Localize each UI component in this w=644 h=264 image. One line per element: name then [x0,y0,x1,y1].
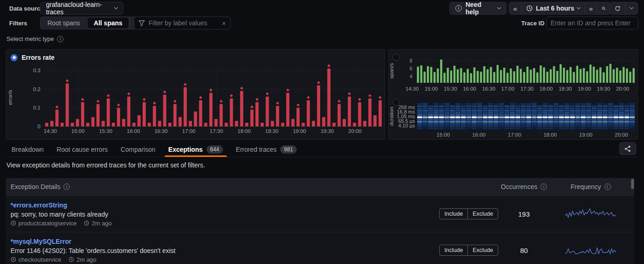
last-seen: 2m ago [84,220,111,227]
exclude-button[interactable]: Exclude [467,208,498,219]
span-scope-root-spans[interactable]: Root spans [40,17,87,29]
svg-text:17:30: 17:30 [520,86,534,92]
exceptions-table: Exception Details Occurrences Frequency … [6,178,634,264]
exception-meta: productcatalogservice2m ago [11,220,437,227]
time-range-picker[interactable]: Last 6 hours [521,2,585,14]
svg-text:18:00: 18:00 [544,132,557,138]
span-scope-toggle: Root spans All spans [40,17,142,29]
exception-type-link[interactable]: *errors.errorString [11,201,437,209]
funnel-icon [138,20,145,26]
info-icon [540,184,547,190]
svg-text:20:00: 20:00 [348,128,362,134]
last-seen-label: 2m ago [92,220,111,227]
span-scope-all-spans[interactable]: All spans [87,17,129,29]
spans-rate-chart: 46814:3015:0015:3016:0016:3017:0017:3018… [389,50,638,93]
trace-id-label: Trace ID [521,20,545,27]
svg-text:19:30: 19:30 [597,86,610,92]
tab-label: Root cause errors [57,146,108,153]
exception-message: pq: sorry, too many clients already [11,211,437,218]
svg-text:0.3: 0.3 [33,68,40,73]
traces-drilldown-app: Data source grafanacloud-learn-traces Ne… [0,0,644,264]
exceptions-description: View exception details from errored trac… [6,161,205,169]
service-icon [11,257,16,262]
include-button[interactable]: Include [439,245,467,256]
svg-text:16:30: 16:30 [155,128,168,134]
svg-text:15:00: 15:00 [425,86,438,92]
tab-exceptions[interactable]: Exceptions644 [164,142,228,157]
svg-text:19:00: 19:00 [293,128,306,134]
label-filter-placeholder: Filter by label values [149,19,207,27]
tab-breakdown[interactable]: Breakdown [7,142,48,157]
refresh-button[interactable] [610,2,625,14]
filters-label: Filters [9,20,27,27]
clock-icon [69,257,74,262]
svg-text:4: 4 [410,74,413,79]
svg-text:18:00: 18:00 [540,86,553,92]
tab-comparison[interactable]: Comparison [116,142,160,157]
table-scrollbar[interactable] [631,179,634,189]
chevron-down-icon [577,6,581,9]
column-occurrences: Occurrences [501,183,547,190]
svg-text:17:00: 17:00 [508,132,521,138]
exclude-button[interactable]: Exclude [467,245,498,256]
tab-root-cause-errors[interactable]: Root cause errors [52,142,112,157]
info-icon [455,5,462,11]
svg-text:14:30: 14:30 [44,128,57,134]
clear-filter-icon[interactable] [222,19,226,27]
svg-text:14:30: 14:30 [406,86,419,92]
svg-text:17:30: 17:30 [210,128,223,134]
exception-details-cell: *mysql.MySQLErrorError 1146 (42S02): Tab… [6,233,437,264]
tab-errored-traces[interactable]: Errored traces981 [231,142,302,157]
tab-count-badge: 981 [280,145,297,154]
frequency-header-label: Frequency [570,183,601,190]
data-source-value: grafanacloud-learn-traces [46,1,111,16]
svg-text:20:00: 20:00 [616,86,629,92]
refresh-interval-dropdown[interactable] [625,2,638,14]
column-frequency: Frequency [547,183,634,190]
metric-type-heading-label: Select metric type [6,35,54,42]
svg-text:18:30: 18:30 [558,86,572,92]
tab-label: Comparison [121,146,155,153]
share-button[interactable] [619,142,636,155]
exception-row: *mysql.MySQLErrorError 1146 (42S02): Tab… [6,232,634,264]
need-help-button[interactable]: Need help [449,2,506,15]
metric-type-heading: Select metric type [6,35,63,42]
frequency-sparkline [565,207,616,221]
info-icon [57,36,63,42]
svg-text:duration: duration [389,107,394,126]
frequency-sparkline [565,243,616,257]
info-icon [63,184,70,190]
data-source-label: Data source [9,5,43,12]
svg-text:15:00: 15:00 [437,132,450,138]
duration-heatmap-chart: 15:0016:0017:0018:0019:0020:00268 ms16.8… [389,95,638,139]
table-header: Exception Details Occurrences Frequency [6,178,634,195]
time-shift-forward-icon[interactable] [585,2,597,14]
label-filter-input[interactable]: Filter by label values [134,17,230,29]
table-body: *errors.errorStringpq: sorry, too many c… [6,195,634,264]
svg-text:19:00: 19:00 [579,132,592,138]
exception-row: *errors.errorStringpq: sorry, too many c… [6,195,634,232]
time-picker-group: Last 6 hours [509,2,611,15]
tab-count-badge: 644 [207,145,223,154]
svg-text:15:30: 15:30 [99,128,112,134]
zoom-out-button[interactable] [597,2,610,14]
refresh-icon [615,5,621,12]
chevron-down-icon [497,6,501,9]
filter-actions-cell: IncludeExclude [437,245,501,256]
time-range-label: Last 6 hours [536,5,574,12]
need-help-label: Need help [466,1,494,16]
occurrences-value: 193 [501,210,547,218]
svg-text:20:00: 20:00 [615,132,628,138]
frequency-cell [547,207,634,221]
trace-id-input[interactable]: Enter an ID and press Enter [546,17,638,29]
svg-text:19:00: 19:00 [578,86,591,92]
svg-text:16:00: 16:00 [472,132,486,138]
last-seen-label: 2m ago [76,256,96,263]
trace-id-placeholder: Enter an ID and press Enter [551,19,631,27]
svg-text:0: 0 [38,124,40,129]
svg-text:4.10 µs: 4.10 µs [398,123,415,128]
data-source-picker[interactable]: grafanacloud-learn-traces [40,2,123,15]
exception-type-link[interactable]: *mysql.MySQLError [11,238,437,245]
include-button[interactable]: Include [439,208,467,219]
time-shift-back-icon[interactable] [509,2,521,14]
